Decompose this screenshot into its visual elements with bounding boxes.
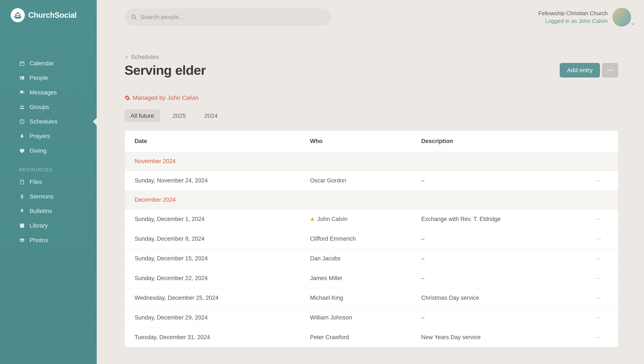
- tab-2024[interactable]: 2024: [198, 109, 224, 122]
- svg-point-41: [600, 337, 601, 338]
- cell-date: Sunday, December 22, 2024: [134, 275, 310, 281]
- row-menu-button[interactable]: [596, 178, 608, 184]
- table-row[interactable]: Sunday, November 24, 2024 Oscar Gordon –: [125, 171, 618, 191]
- sidebar-item-giving[interactable]: Giving: [19, 143, 97, 158]
- sidebar-item-groups[interactable]: Groups: [19, 100, 97, 114]
- sidebar-item-label: Bulletins: [30, 208, 52, 215]
- book-icon: [19, 222, 25, 229]
- svg-point-5: [21, 77, 22, 78]
- sidebar-item-label: Photos: [30, 237, 48, 244]
- sidebar-item-label: Library: [30, 222, 48, 229]
- page-title: Serving elder: [124, 63, 206, 78]
- tabs: All future20252024: [124, 109, 618, 122]
- svg-rect-4: [20, 76, 24, 80]
- clock-icon: [19, 118, 25, 125]
- avatar[interactable]: [612, 8, 631, 27]
- groups-icon: [19, 104, 25, 110]
- add-entry-button[interactable]: Add entry: [560, 63, 600, 78]
- table-row[interactable]: Sunday, December 8, 2024 Clifford Emmeri…: [125, 229, 618, 249]
- sidebar-item-label: Schedules: [30, 118, 58, 125]
- login-line[interactable]: Logged in as John Calvin: [538, 17, 608, 25]
- row-menu-button[interactable]: [596, 256, 608, 262]
- sidebar-item-calendar[interactable]: Calendar: [19, 56, 97, 71]
- table-row[interactable]: Sunday, December 15, 2024 Dan Jacobs –: [125, 249, 618, 268]
- tab-2025[interactable]: 2025: [167, 109, 192, 122]
- table-row[interactable]: Sunday, December 1, 2024 John Calvin Exc…: [125, 209, 618, 229]
- svg-line-14: [135, 18, 136, 20]
- row-menu-button[interactable]: [596, 275, 608, 281]
- cell-description: –: [421, 235, 596, 242]
- tab-all-future[interactable]: All future: [124, 109, 160, 122]
- schedule-table: Date Who Description November 2024 Sunda…: [124, 130, 618, 347]
- svg-point-32: [600, 278, 601, 279]
- sidebar-item-people[interactable]: People: [19, 71, 97, 85]
- svg-point-24: [596, 238, 597, 239]
- sidebar-item-schedules[interactable]: Schedules: [19, 114, 97, 129]
- managed-by[interactable]: Managed by John Calvin: [124, 87, 618, 109]
- cell-who: Dan Jacobs: [310, 255, 421, 262]
- table-header: Date Who Description: [125, 131, 618, 152]
- managed-by-text: Managed by John Calvin: [133, 94, 198, 101]
- cell-who: Michael King: [310, 295, 421, 301]
- row-menu-button[interactable]: [596, 236, 608, 242]
- person-card-icon: [19, 75, 25, 81]
- sidebar-item-label: Sermons: [30, 193, 54, 200]
- account-area[interactable]: Fellowship Christian Church Logged in as…: [538, 8, 631, 27]
- svg-rect-10: [20, 224, 24, 227]
- table-row[interactable]: Sunday, December 29, 2024 William Johnso…: [125, 308, 618, 328]
- sidebar-item-bulletins[interactable]: Bulletins: [19, 204, 97, 218]
- more-options-button[interactable]: [602, 63, 618, 78]
- row-menu-button[interactable]: [596, 315, 608, 321]
- search-box[interactable]: [124, 8, 331, 26]
- svg-point-35: [600, 297, 601, 298]
- sidebar-item-files[interactable]: Files: [19, 175, 97, 189]
- cell-who: Peter Crawford: [310, 334, 421, 341]
- svg-point-21: [596, 219, 597, 220]
- logo-mark-icon: [11, 8, 25, 22]
- breadcrumb[interactable]: Schedules: [124, 54, 618, 60]
- pin-icon: [19, 208, 25, 214]
- cell-who: James Miller: [310, 275, 421, 281]
- cell-date: Sunday, December 1, 2024: [134, 216, 310, 222]
- table-row[interactable]: Tuesday, December 31, 2024 Peter Crawfor…: [125, 328, 618, 347]
- logo[interactable]: ChurchSocial: [0, 0, 97, 31]
- search-icon: [131, 14, 137, 20]
- search-input[interactable]: [140, 14, 324, 21]
- cell-description: Exchange with Rev. T. Eldridge: [421, 216, 596, 222]
- svg-point-38: [600, 317, 601, 318]
- sidebar-item-library[interactable]: Library: [19, 218, 97, 233]
- col-header-who: Who: [310, 138, 421, 145]
- sidebar-item-sermons[interactable]: Sermons: [19, 189, 97, 204]
- sidebar-item-label: People: [30, 75, 48, 81]
- star-icon: [310, 217, 315, 222]
- svg-rect-0: [20, 62, 24, 65]
- svg-point-26: [600, 238, 601, 239]
- cell-description: –: [421, 275, 596, 281]
- cell-who: William Johnson: [310, 314, 421, 321]
- row-menu-button[interactable]: [596, 216, 608, 222]
- cell-description: Christmas Day service: [421, 295, 596, 301]
- table-row[interactable]: Sunday, December 22, 2024 James Miller –: [125, 268, 618, 288]
- svg-point-27: [596, 258, 597, 259]
- cell-description: –: [421, 314, 596, 321]
- main-nav: CalendarPeopleMessagesGroupsSchedulesPra…: [0, 31, 97, 247]
- cell-description: New Years Day service: [421, 334, 596, 341]
- sidebar: ChurchSocial CalendarPeopleMessagesGroup…: [0, 0, 97, 364]
- svg-point-33: [596, 297, 597, 298]
- cell-who: Oscar Gordon: [310, 177, 421, 184]
- file-icon: [19, 179, 25, 185]
- cell-date: Tuesday, December 31, 2024: [134, 334, 310, 341]
- sidebar-item-messages[interactable]: Messages: [19, 85, 97, 100]
- sidebar-item-prayers[interactable]: Prayers: [19, 129, 97, 143]
- row-menu-button[interactable]: [596, 334, 608, 340]
- svg-point-28: [598, 258, 599, 259]
- table-row[interactable]: Wednesday, December 25, 2024 Michael Kin…: [125, 288, 618, 308]
- sidebar-item-label: Groups: [30, 104, 49, 111]
- sidebar-item-photos[interactable]: Photos: [19, 233, 97, 247]
- title-row: Serving elder Add entry: [124, 63, 618, 87]
- svg-point-29: [600, 258, 601, 259]
- church-name: Fellowship Christian Church: [538, 10, 608, 17]
- row-menu-button[interactable]: [596, 295, 608, 301]
- svg-point-36: [596, 317, 597, 318]
- topbar: Fellowship Christian Church Logged in as…: [97, 0, 644, 34]
